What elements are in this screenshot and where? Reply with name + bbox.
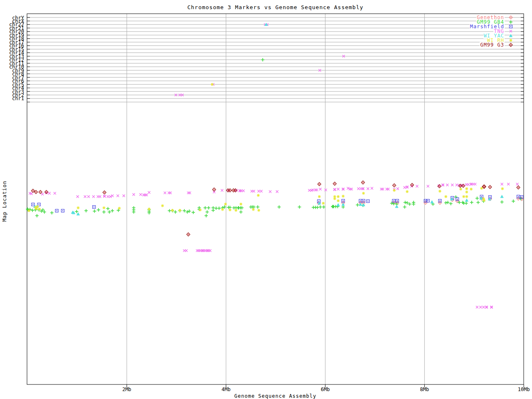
scatter-plot-area: [0, 0, 532, 399]
legend-marker-diamond-dot-icon: [508, 42, 514, 47]
x-tick-label-10Mb: 10Mb: [518, 387, 530, 392]
x-tick-label-2Mb: 2Mb: [122, 387, 131, 392]
chromosome-marker-plot: Chromosome 3 Markers vs Genome Sequence …: [0, 0, 532, 399]
x-axis-title: Genome Sequence Assembly: [27, 393, 524, 399]
x-tick-label-8Mb: 8Mb: [420, 387, 429, 392]
legend-label: GM99 G3: [480, 42, 505, 48]
legend-item-gm99-g3: GM99 G3: [480, 42, 514, 47]
x-tick-label-4Mb: 4Mb: [222, 387, 231, 392]
x-tick-label-6Mb: 6Mb: [321, 387, 330, 392]
chr-row-label-chr1: chr1: [0, 96, 24, 101]
